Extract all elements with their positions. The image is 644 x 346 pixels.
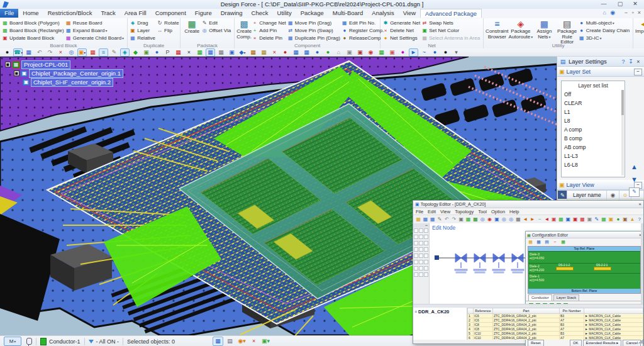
toolbar-icon[interactable]: ● bbox=[441, 48, 450, 57]
toolbar-icon[interactable]: ▣ bbox=[458, 216, 464, 223]
config-title-bar[interactable]: ▦ Configuration Editor × bbox=[526, 232, 643, 238]
layer-set-item[interactable]: AB comp bbox=[562, 143, 625, 152]
padstack-create-button[interactable]: ▦Create bbox=[182, 19, 201, 42]
visibility-column-icon[interactable]: ◉ bbox=[607, 191, 619, 199]
toolbar-icon[interactable]: ◆▾ bbox=[238, 48, 247, 57]
sync-icon[interactable]: ⌂ bbox=[603, 9, 606, 16]
topology-menu-option[interactable]: Option bbox=[491, 209, 505, 215]
duplicate-drag-button[interactable]: ◈Drag bbox=[130, 19, 155, 26]
rotate-mode-icon[interactable]: ◉▾ bbox=[236, 337, 247, 346]
assign-nets-button[interactable]: ▦Assign Nets▾ bbox=[533, 19, 555, 42]
topology-toolbox[interactable]: ▪▪ bbox=[413, 223, 430, 304]
tab-restriction-block[interactable]: Restriction/Block bbox=[43, 9, 97, 18]
move-down-button[interactable]: ▼ bbox=[629, 175, 640, 184]
layer-set-section-header[interactable]: ▣ Layer Set − bbox=[557, 67, 644, 77]
duplicate-rotate-button[interactable]: ↻Rotate bbox=[157, 19, 179, 26]
toolbar-icon[interactable]: ● bbox=[313, 48, 322, 57]
toolbar-icon[interactable]: ▣ bbox=[586, 216, 592, 223]
table-row[interactable]: 3IC8ZTC_DDR4r16_GRA04_2_pktB3► MACRON_CL… bbox=[468, 323, 643, 327]
toolbar-icon[interactable]: ▦ bbox=[216, 48, 226, 57]
toolbar-icon[interactable]: ✎ bbox=[109, 48, 119, 57]
toolbar-icon[interactable]: ▦ bbox=[206, 48, 215, 57]
toolbar-icon[interactable]: ▣ bbox=[622, 216, 628, 223]
signal-list-pane[interactable]: ≡ DDR_A_CK20 bbox=[413, 308, 467, 340]
package-rule-editor-button[interactable]: ▤Package Rule Editor bbox=[556, 19, 579, 42]
toolbar-icon[interactable]: ▦ bbox=[248, 48, 258, 57]
toolbar-icon[interactable]: ▣▾ bbox=[77, 48, 87, 57]
tab-view[interactable]: View bbox=[399, 9, 420, 18]
toolbar-icon[interactable]: ▣ bbox=[551, 216, 557, 223]
topology-editor-window[interactable]: ▣ Topology Editor - [DDR_A_CK20] × File … bbox=[413, 200, 644, 344]
topology-menu-edit[interactable]: Edit bbox=[428, 209, 436, 215]
toolbar-icon[interactable]: ◎ bbox=[67, 48, 76, 57]
layer-set-item[interactable]: L8 bbox=[562, 116, 625, 125]
toolbar-icon[interactable]: ~ bbox=[536, 216, 543, 223]
net-settings-button[interactable]: ●Net Settings bbox=[382, 34, 420, 42]
create-daisy-chain-button[interactable]: ●Create Daisy Chain bbox=[579, 26, 630, 34]
board-block-rectangle-button[interactable]: ▦Board Block (Rectangle) bbox=[2, 26, 64, 34]
toolbar-icon[interactable]: ▦ bbox=[515, 216, 521, 223]
offset-via-button[interactable]: ◎Offset Via bbox=[201, 26, 231, 34]
toolbar-icon[interactable]: ▣ bbox=[345, 48, 354, 57]
layer-settings-header[interactable]: ▤ Layer Settings ? ↧ × bbox=[557, 57, 644, 67]
toolbar-icon[interactable]: ≡ bbox=[99, 48, 108, 57]
maximize-button[interactable]: ▢ bbox=[613, 0, 628, 8]
3d-ic-button[interactable]: ▦3D-IC▾ bbox=[579, 34, 630, 42]
generate-child-board-button[interactable]: ▦Generate Child Board▾ bbox=[65, 34, 124, 42]
board-block-polygon-button[interactable]: ▦Board Block (Polygon) bbox=[2, 19, 64, 26]
tab-component[interactable]: Component bbox=[151, 9, 191, 18]
grid-view-icon[interactable]: ▦ bbox=[213, 337, 223, 346]
toolbar-icon[interactable]: ● bbox=[615, 216, 621, 223]
duplicate-relative-button[interactable]: ▦Relative bbox=[130, 34, 155, 42]
toolbar-icon[interactable]: ↶ bbox=[35, 48, 44, 57]
toolbar-icon[interactable]: ▲ bbox=[629, 216, 635, 223]
layer-name-column-header[interactable]: Layer name bbox=[567, 191, 607, 199]
toolbar-icon[interactable]: ▦ bbox=[415, 216, 421, 223]
toolbar-icon[interactable]: ↶ bbox=[443, 216, 450, 223]
toolbar-icon[interactable]: ● bbox=[152, 48, 162, 57]
toolbar-icon[interactable]: ● bbox=[3, 48, 12, 57]
toolbar-icon[interactable]: ◎ bbox=[501, 216, 507, 223]
toolbar-icon[interactable]: ▦ bbox=[430, 216, 436, 223]
create-comp-button[interactable]: ▩Create Comp. bbox=[236, 19, 252, 42]
layer-set-item[interactable]: Off bbox=[562, 90, 625, 99]
ok-button[interactable]: OK bbox=[570, 340, 582, 346]
help-icon[interactable]: ◉ bbox=[610, 9, 615, 16]
topology-menu-tool[interactable]: Tool bbox=[478, 209, 487, 215]
tree-checkbox[interactable]: ■ bbox=[5, 62, 11, 67]
layer-set-item[interactable]: CLEAR bbox=[562, 99, 625, 108]
toolbar-icon[interactable]: ◉ bbox=[486, 216, 492, 223]
layer-set-list[interactable]: Layer set list Off CLEAR L1 L8 A comp B … bbox=[561, 81, 625, 177]
toolbar-icon[interactable]: ? bbox=[636, 216, 643, 223]
tab-package[interactable]: Package bbox=[296, 9, 328, 18]
toolbar-icon[interactable]: ↷ bbox=[451, 216, 457, 223]
toolbar-icon[interactable]: ▦ bbox=[88, 48, 97, 57]
layer-set-item[interactable]: L1-L3 bbox=[562, 152, 625, 160]
active-layer-label[interactable]: Conductor-1 bbox=[49, 338, 80, 345]
toolbar-icon[interactable]: ☎▾ bbox=[13, 48, 23, 57]
toolbar-icon[interactable]: ▦ bbox=[377, 48, 386, 57]
plot-icon[interactable]: ~ bbox=[552, 238, 558, 245]
toolbar-icon[interactable]: × bbox=[56, 48, 65, 57]
tab-area-fill[interactable]: Area Fill bbox=[120, 9, 151, 18]
move-pin-swap-button[interactable]: ⇄Move Pin (Swap) bbox=[287, 26, 340, 34]
toolbar-icon[interactable]: ▦ bbox=[195, 48, 204, 57]
tab-advanced-package[interactable]: Advanced Package bbox=[420, 9, 482, 18]
constraint-browser-button[interactable]: ≡Constraint Browser bbox=[486, 19, 508, 42]
toolbar-icon[interactable]: ● bbox=[398, 48, 408, 57]
open-icon[interactable]: ▦ bbox=[527, 238, 534, 245]
toolbar-icon[interactable]: ▦ bbox=[302, 48, 311, 57]
toolbar-icon[interactable]: ▣ bbox=[355, 48, 365, 57]
release-comp-button[interactable]: ●ReleaseComp bbox=[341, 34, 384, 42]
toolbar-icon[interactable]: ▦ bbox=[558, 216, 564, 223]
toolbar-icon[interactable]: ▦ bbox=[472, 216, 479, 223]
toolbar-icon[interactable]: ◄ bbox=[543, 216, 550, 223]
toolbar-icon[interactable]: ▣ bbox=[494, 216, 500, 223]
toolbar-icon[interactable]: ✎ bbox=[436, 216, 443, 223]
generate-net-button[interactable]: ✱Generate Net bbox=[382, 19, 420, 26]
toolbar-icon[interactable]: ▣ bbox=[142, 48, 151, 57]
tab-file[interactable]: File bbox=[0, 9, 18, 18]
microphone-icon[interactable] bbox=[26, 338, 32, 345]
extended-results-button[interactable]: Extended Results ▸ bbox=[583, 340, 622, 346]
toolbar-icon[interactable]: ▦ bbox=[174, 48, 183, 57]
